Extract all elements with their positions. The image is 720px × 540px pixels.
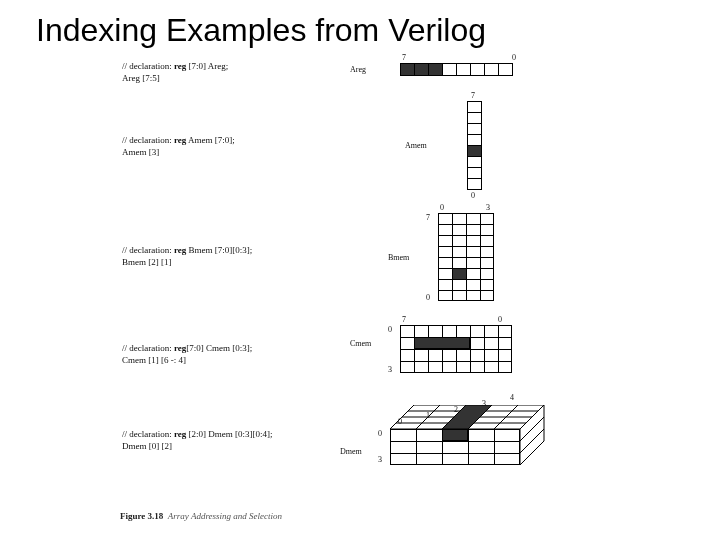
tick-label: 0 xyxy=(471,191,475,200)
tick-label: 0 xyxy=(388,325,392,334)
figure-caption: Figure 3.18 Array Addressing and Selecti… xyxy=(120,511,282,521)
gridline xyxy=(416,429,417,465)
decl-cmem: // declaration: reg[7:0] Cmem [0:3]; Cme… xyxy=(122,343,252,366)
tick-label: 7 xyxy=(402,53,406,62)
var-name: Bmem xyxy=(388,253,409,262)
tick-label: 3 xyxy=(388,365,392,374)
gridline xyxy=(468,429,469,465)
tick-label: 0 xyxy=(398,417,402,426)
svg-marker-8 xyxy=(520,405,544,465)
decl-dmem: // declaration: reg [2:0] Dmem [0:3][0:4… xyxy=(122,429,273,452)
bit-cell xyxy=(484,63,499,76)
bit-cell xyxy=(498,63,513,76)
var-name: Dmem xyxy=(340,447,362,456)
gridline xyxy=(390,453,520,454)
decl-amem: // declaration: reg Amem [7:0]; Amem [3] xyxy=(122,135,235,158)
decl-bmem: // declaration: reg Bmem [7:0][0:3]; Bme… xyxy=(122,245,252,268)
tick-label: 0 xyxy=(378,429,382,438)
bit-cell xyxy=(470,63,485,76)
tick-label: 4 xyxy=(510,393,514,402)
mem-cell xyxy=(467,178,482,190)
var-name: Cmem xyxy=(350,339,371,348)
svg-marker-11 xyxy=(442,405,492,429)
mem-cell-selected-top xyxy=(442,405,494,431)
tick-label: 7 xyxy=(471,91,475,100)
tick-label: 0 xyxy=(426,293,430,302)
decl-areg: // declaration: reg [7:0] Areg; Areg [7:… xyxy=(122,61,228,84)
tick-label: 2 xyxy=(454,405,458,414)
tick-label: 7 xyxy=(426,213,430,222)
gridline xyxy=(494,429,495,465)
tick-label: 0 xyxy=(440,203,444,212)
gridline xyxy=(438,224,494,225)
cube-side xyxy=(520,405,550,465)
bit-cell xyxy=(428,63,443,76)
gridline xyxy=(400,349,512,350)
gridline xyxy=(400,361,512,362)
bit-cell xyxy=(456,63,471,76)
tick-label: 0 xyxy=(498,315,502,324)
gridline xyxy=(438,235,494,236)
tick-label: 1 xyxy=(426,411,430,420)
bit-cell xyxy=(400,63,415,76)
gridline xyxy=(438,257,494,258)
tick-label: 0 xyxy=(512,53,516,62)
tick-label: 3 xyxy=(486,203,490,212)
content-area: // declaration: reg [7:0] Areg; Areg [7:… xyxy=(0,55,720,525)
var-name: Amem xyxy=(405,141,427,150)
mem-slice-selected xyxy=(414,337,470,349)
mem-cell-selected xyxy=(452,268,467,280)
tick-label: 3 xyxy=(378,455,382,464)
gridline xyxy=(438,246,494,247)
var-name: Areg xyxy=(350,65,366,74)
bit-cell xyxy=(414,63,429,76)
tick-label: 7 xyxy=(402,315,406,324)
bit-cell xyxy=(442,63,457,76)
gridline xyxy=(438,290,494,291)
tick-label: 3 xyxy=(482,399,486,408)
gridline xyxy=(390,441,520,442)
page-title: Indexing Examples from Verilog xyxy=(0,0,720,55)
